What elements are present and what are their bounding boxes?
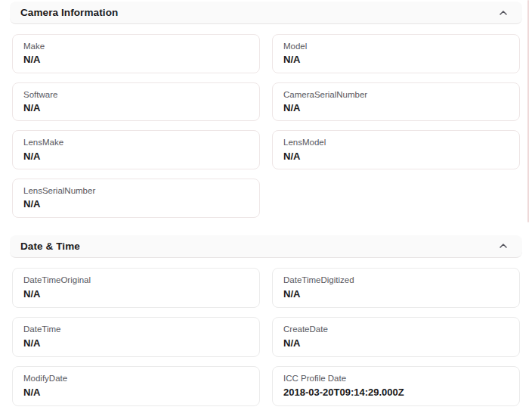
- section-title: Date & Time: [20, 241, 80, 252]
- field-card: Model N/A: [272, 34, 520, 73]
- field-card: ModifyDate N/A: [12, 366, 260, 406]
- field-value: N/A: [23, 288, 249, 300]
- field-label: Software: [23, 89, 249, 100]
- field-card: Software N/A: [12, 82, 260, 122]
- field-label: LensModel: [283, 137, 509, 148]
- field-card: LensSerialNumber N/A: [12, 179, 260, 218]
- field-value: 2018-03-20T09:14:29.000Z: [283, 387, 509, 399]
- field-value: N/A: [283, 337, 509, 349]
- section-header-date-time[interactable]: Date & Time: [10, 235, 522, 258]
- field-value: N/A: [283, 102, 509, 114]
- field-label: ModifyDate: [23, 373, 249, 384]
- field-value: N/A: [23, 387, 249, 399]
- field-value: N/A: [23, 102, 249, 114]
- field-card: LensMake N/A: [12, 130, 260, 169]
- field-card: Make N/A: [12, 34, 260, 73]
- field-value: N/A: [23, 54, 249, 66]
- field-card: ICC Profile Date 2018-03-20T09:14:29.000…: [272, 366, 520, 406]
- field-value: N/A: [23, 198, 249, 210]
- section-header-camera-information[interactable]: Camera Information: [10, 2, 522, 24]
- field-label: Model: [283, 41, 509, 51]
- field-value: N/A: [23, 151, 249, 163]
- field-card: DateTimeDigitized N/A: [272, 268, 520, 308]
- metadata-panel: Camera Information Make N/A Model N/A So…: [0, 0, 532, 410]
- field-value: N/A: [283, 151, 509, 163]
- field-label: DateTimeDigitized: [283, 275, 509, 285]
- field-value: N/A: [23, 337, 249, 349]
- field-label: Make: [23, 41, 249, 51]
- field-label: ICC Profile Date: [283, 373, 509, 384]
- field-card: CreateDate N/A: [272, 317, 520, 357]
- field-grid: DateTimeOriginal N/A DateTimeDigitized N…: [12, 268, 520, 406]
- field-label: DateTime: [23, 324, 249, 334]
- field-card: LensModel N/A: [272, 130, 520, 169]
- field-card: DateTime N/A: [12, 317, 260, 357]
- field-card: CameraSerialNumber N/A: [272, 82, 520, 122]
- section-date-time: Date & Time DateTimeOriginal N/A DateTim…: [0, 235, 532, 406]
- field-label: DateTimeOriginal: [23, 275, 249, 285]
- chevron-up-icon[interactable]: [499, 10, 508, 16]
- chevron-up-icon[interactable]: [499, 243, 508, 249]
- field-card: DateTimeOriginal N/A: [12, 268, 260, 308]
- field-value: N/A: [283, 54, 509, 66]
- sections-container: Camera Information Make N/A Model N/A So…: [0, 0, 532, 406]
- scrollbar-thumb[interactable]: [527, 0, 529, 222]
- field-label: LensMake: [23, 137, 249, 148]
- field-value: N/A: [283, 288, 509, 300]
- field-label: LensSerialNumber: [23, 185, 249, 196]
- section-camera-information: Camera Information Make N/A Model N/A So…: [0, 2, 532, 218]
- section-title: Camera Information: [20, 7, 118, 18]
- field-grid: Make N/A Model N/A Software N/A CameraSe…: [12, 34, 520, 218]
- field-label: CreateDate: [283, 324, 509, 334]
- field-label: CameraSerialNumber: [283, 89, 509, 100]
